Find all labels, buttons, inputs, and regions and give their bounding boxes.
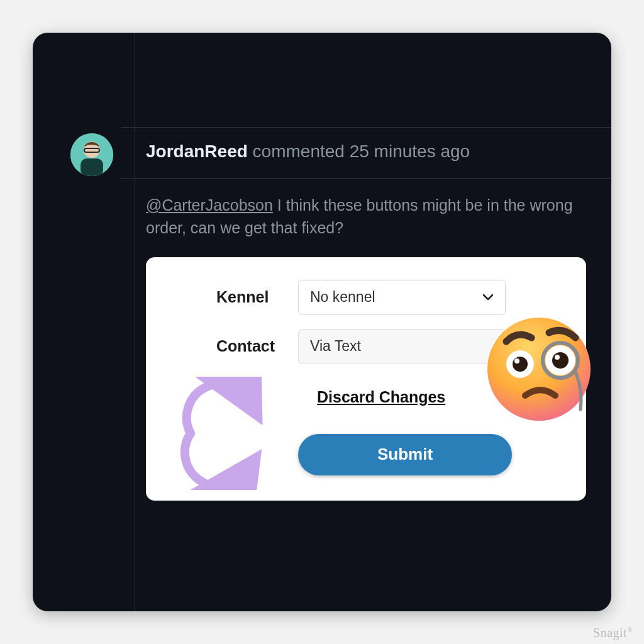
comment-container: JordanReed commented 25 minutes ago @Car… — [121, 127, 611, 519]
kennel-select[interactable]: No kennel — [298, 280, 506, 315]
discard-changes-button[interactable]: Discard Changes — [317, 388, 445, 406]
embedded-screenshot: Kennel No kennel Contact Via Text — [146, 257, 586, 501]
svg-rect-4 — [80, 158, 103, 176]
avatar[interactable] — [70, 133, 113, 176]
comment-body: @CarterJacobson I think these buttons mi… — [121, 179, 611, 519]
comment-card: JordanReed commented 25 minutes ago @Car… — [33, 33, 611, 611]
kennel-select-value: No kennel — [310, 287, 375, 308]
form-row-contact: Contact Via Text — [172, 329, 560, 364]
chevron-down-icon — [482, 288, 494, 306]
comment-header: JordanReed commented 25 minutes ago — [121, 128, 611, 179]
form-row-kennel: Kennel No kennel — [172, 280, 560, 315]
contact-label: Contact — [172, 335, 298, 357]
comment-timestamp: 25 minutes ago — [350, 142, 470, 161]
contact-input[interactable]: Via Text — [298, 329, 506, 364]
form-actions: Discard Changes Submit — [172, 386, 560, 475]
contact-input-value: Via Text — [310, 336, 361, 357]
kennel-label: Kennel — [172, 286, 298, 308]
user-mention[interactable]: @CarterJacobson — [146, 196, 273, 214]
watermark: Snagit® — [593, 626, 633, 640]
comment-action-text: commented — [253, 142, 345, 161]
comment-author[interactable]: JordanReed — [146, 142, 248, 161]
submit-button[interactable]: Submit — [298, 434, 512, 475]
